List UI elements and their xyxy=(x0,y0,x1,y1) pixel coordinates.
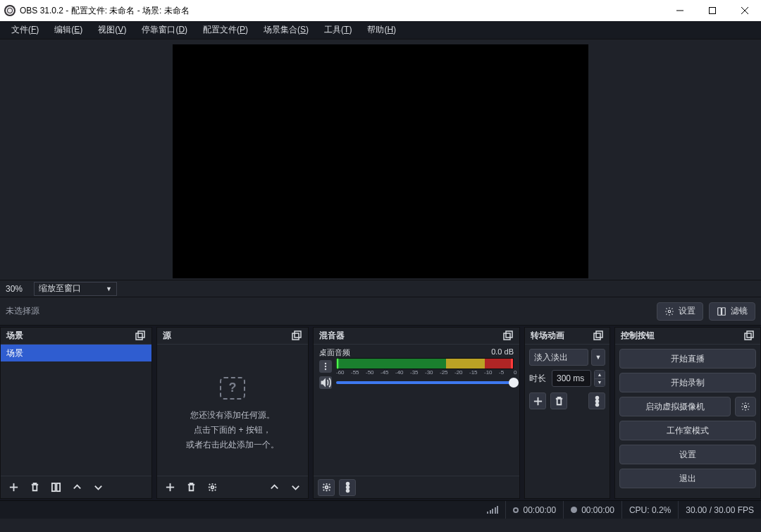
svg-rect-28 xyxy=(596,331,602,338)
no-source-label: 未选择源 xyxy=(6,305,158,317)
studio-mode-button[interactable]: 工作室模式 xyxy=(619,421,756,440)
svg-rect-6 xyxy=(722,307,726,315)
svg-rect-14 xyxy=(295,331,301,338)
exit-button[interactable]: 退出 xyxy=(619,469,756,488)
live-indicator-icon xyxy=(513,507,519,513)
transition-remove-button[interactable] xyxy=(550,392,567,409)
mixer-popout-button[interactable] xyxy=(502,330,514,342)
controls-popout-button[interactable] xyxy=(743,330,755,342)
gear-icon xyxy=(741,402,750,412)
zoom-percent: 30% xyxy=(6,284,28,294)
menu-edit[interactable]: 编辑(E) xyxy=(47,22,89,38)
start-recording-button[interactable]: 开始录制 xyxy=(619,373,756,392)
menu-file[interactable]: 文件(F) xyxy=(4,22,46,38)
volume-slider[interactable] xyxy=(336,381,514,384)
scene-add-button[interactable] xyxy=(5,479,22,496)
source-remove-button[interactable] xyxy=(182,479,199,496)
transition-menu-button[interactable] xyxy=(588,392,605,409)
svg-point-4 xyxy=(668,310,671,313)
filters-icon xyxy=(717,307,726,316)
speaker-icon xyxy=(319,376,332,389)
source-settings-button[interactable]: 设置 xyxy=(657,302,703,321)
controls-dock: 控制按钮 开始直播 开始录制 启动虚拟摄像机 工作室模式 设置 退出 xyxy=(614,327,761,499)
start-virtual-camera-button[interactable]: 启动虚拟摄像机 xyxy=(619,397,731,416)
svg-point-21 xyxy=(325,366,326,367)
svg-point-20 xyxy=(325,363,326,364)
svg-rect-7 xyxy=(136,333,142,340)
chevron-down-icon xyxy=(290,482,301,493)
scene-remove-button[interactable] xyxy=(26,479,43,496)
status-network[interactable] xyxy=(480,501,505,519)
sources-popout-button[interactable] xyxy=(291,330,302,342)
transition-duration-input[interactable]: 300 ms xyxy=(552,370,591,387)
chevron-down-icon: ▼ xyxy=(106,285,112,292)
scene-item[interactable]: 场景 xyxy=(1,345,151,361)
sources-dock: 源 ? 您还没有添加任何源。 点击下面的 + 按钮， 或者右击此处添加一个。 xyxy=(156,327,309,499)
virtual-camera-settings-button[interactable] xyxy=(735,397,756,416)
svg-rect-5 xyxy=(718,307,722,315)
source-add-button[interactable] xyxy=(161,479,178,496)
volume-thumb[interactable] xyxy=(509,378,519,388)
window-close-button[interactable] xyxy=(729,0,761,21)
mixer-channel: 桌面音频 0.0 dB -60-55-50-45-40-35-30-25-20-… xyxy=(314,345,519,390)
mixer-channel-options-button[interactable] xyxy=(319,360,332,373)
transition-dropdown-button[interactable]: ▼ xyxy=(591,349,605,366)
chevron-up-icon xyxy=(72,482,82,493)
sources-empty-line2: 点击下面的 + 按钮， xyxy=(194,424,271,436)
menu-scene-collection[interactable]: 场景集合(S) xyxy=(256,22,316,38)
svg-point-25 xyxy=(347,486,349,488)
sources-empty-line1: 您还没有添加任何源。 xyxy=(190,409,275,421)
transitions-popout-button[interactable] xyxy=(593,330,604,342)
chevron-up-icon[interactable]: ▲ xyxy=(595,371,605,379)
transition-add-button[interactable] xyxy=(529,392,546,409)
svg-rect-35 xyxy=(747,331,753,338)
transition-select[interactable]: 淡入淡出 xyxy=(529,349,588,366)
source-context-toolbar: 未选择源 设置 滤镜 xyxy=(0,297,761,326)
scene-filter-button[interactable] xyxy=(47,479,64,496)
plus-icon xyxy=(533,396,543,407)
scene-list[interactable]: 场景 xyxy=(1,345,151,476)
preview-canvas[interactable] xyxy=(173,44,588,278)
preview-area[interactable] xyxy=(0,39,761,280)
vu-ticks: -60-55-50-45-40-35-30-25-20-15-10-50 xyxy=(336,369,514,376)
menu-dock[interactable]: 停靠窗口(D) xyxy=(135,22,194,38)
zoom-mode-select[interactable]: 缩放至窗口 ▼ xyxy=(34,282,117,296)
chevron-up-icon xyxy=(269,482,280,493)
menubar: 文件(F) 编辑(E) 视图(V) 停靠窗口(D) 配置文件(P) 场景集合(S… xyxy=(0,21,761,39)
plus-icon xyxy=(8,482,19,493)
menu-help[interactable]: 帮助(H) xyxy=(360,22,403,38)
scenes-popout-button[interactable] xyxy=(135,330,146,342)
settings-button[interactable]: 设置 xyxy=(619,445,756,464)
svg-point-22 xyxy=(325,369,326,370)
svg-rect-19 xyxy=(506,331,512,338)
source-move-up-button[interactable] xyxy=(266,479,283,496)
gear-icon xyxy=(664,307,674,316)
window-minimize-button[interactable] xyxy=(664,0,696,21)
start-streaming-button[interactable]: 开始直播 xyxy=(619,349,756,369)
mixer-menu-button[interactable] xyxy=(339,479,356,496)
scene-move-down-button[interactable] xyxy=(89,479,106,496)
menu-view[interactable]: 视图(V) xyxy=(91,22,133,38)
source-move-down-button[interactable] xyxy=(287,479,304,496)
svg-point-23 xyxy=(325,486,328,489)
mixer-settings-button[interactable] xyxy=(318,479,335,496)
source-filters-button[interactable]: 滤镜 xyxy=(709,302,755,321)
menu-tools[interactable]: 工具(T) xyxy=(317,22,359,38)
status-bar: 00:00:00 00:00:00 CPU: 0.2% 30.00 / 30.0… xyxy=(0,500,761,519)
menu-profile[interactable]: 配置文件(P) xyxy=(196,22,255,38)
transition-duration-spinner[interactable]: ▲▼ xyxy=(594,370,605,387)
svg-point-17 xyxy=(211,486,214,489)
window-maximize-button[interactable] xyxy=(696,0,729,21)
chevron-down-icon xyxy=(93,482,104,493)
controls-title: 控制按钮 xyxy=(621,330,743,342)
mixer-mute-button[interactable] xyxy=(319,376,332,389)
scene-move-up-button[interactable] xyxy=(68,479,85,496)
svg-point-26 xyxy=(347,490,349,492)
source-properties-button[interactable] xyxy=(204,479,221,496)
scenes-title: 场景 xyxy=(6,330,135,342)
chevron-down-icon[interactable]: ▼ xyxy=(595,379,605,387)
transitions-dock: 转场动画 淡入淡出 ▼ 时长 300 ms ▲▼ xyxy=(524,327,610,499)
sources-empty-state[interactable]: ? 您还没有添加任何源。 点击下面的 + 按钮， 或者右击此处添加一个。 xyxy=(157,345,308,476)
svg-rect-27 xyxy=(594,333,600,340)
status-stream-time: 00:00:00 xyxy=(505,501,563,519)
